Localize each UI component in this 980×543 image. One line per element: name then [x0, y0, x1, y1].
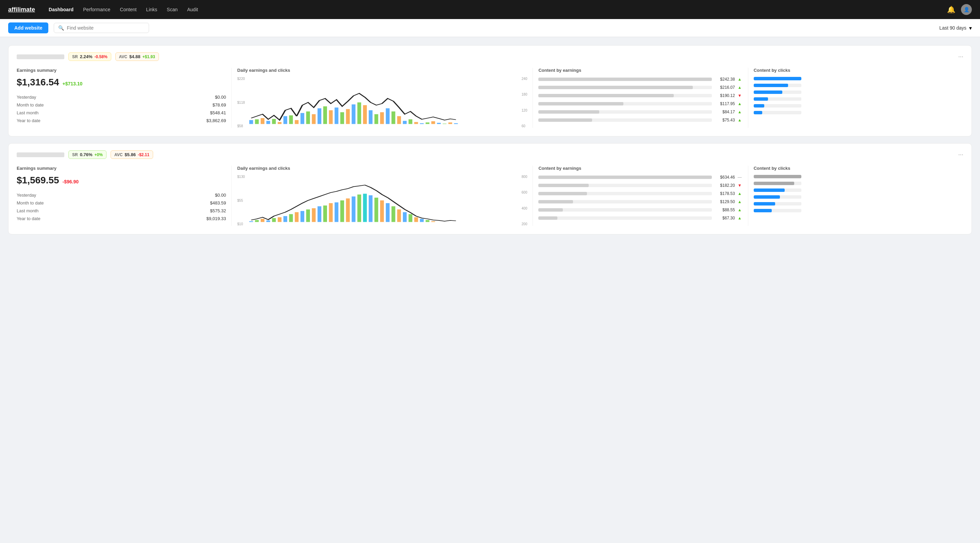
svg-rect-43	[283, 216, 287, 222]
row-val: $9,019.33	[206, 216, 226, 221]
cbclk-list-2	[754, 175, 958, 212]
avc-value-2: $5.86	[124, 152, 136, 157]
svg-rect-26	[397, 116, 401, 124]
svg-rect-16	[340, 112, 344, 124]
cb-bar-bg	[538, 94, 711, 97]
nav-dashboard[interactable]: Dashboard	[49, 7, 73, 12]
content-clicks-title-1: Content by clicks	[754, 68, 958, 73]
bell-icon[interactable]: 🔔	[947, 5, 956, 14]
svg-rect-29	[414, 122, 418, 124]
up-arrow-icon: ▲	[738, 216, 743, 221]
date-filter[interactable]: Last 90 days	[940, 25, 966, 31]
card-menu-1[interactable]: ···	[958, 53, 963, 60]
chart-svg-1	[247, 77, 494, 128]
cb-bar-bg	[538, 78, 711, 81]
svg-rect-33	[437, 123, 441, 124]
avc-delta-2: -$2.11	[138, 152, 150, 157]
nav-scan[interactable]: Scan	[167, 7, 178, 12]
cbclk-row	[754, 90, 958, 94]
nav-performance[interactable]: Performance	[83, 7, 110, 12]
search-wrap: 🔍	[54, 23, 149, 33]
cb-val: $190.12	[714, 93, 735, 98]
svg-rect-42	[278, 218, 282, 222]
cbclk-bar-bg	[754, 195, 801, 199]
svg-rect-36	[454, 123, 458, 124]
sr-label-2: SR	[72, 152, 78, 157]
earnings-title-1: Earnings summary	[17, 68, 226, 73]
svg-rect-58	[369, 195, 372, 222]
svg-rect-64	[403, 212, 407, 222]
svg-rect-28	[409, 119, 412, 124]
row-val: $3,862.69	[206, 118, 226, 123]
card-menu-2[interactable]: ···	[958, 151, 963, 158]
row-label: Last month	[17, 110, 38, 115]
svg-rect-3	[266, 121, 270, 124]
cb-row: $129.50 ▲	[538, 199, 742, 204]
svg-rect-57	[363, 194, 367, 222]
cbclk-bar-bg	[754, 175, 801, 178]
cb-val: $216.07	[714, 85, 735, 90]
cb-row: $178.53 ▲	[538, 191, 742, 196]
row-label: Month to date	[17, 102, 44, 108]
cbclk-bar-bg	[754, 111, 801, 114]
earnings-row: Yesterday $0.00	[17, 95, 226, 100]
svg-rect-15	[335, 108, 339, 124]
avc-delta-1: +$1.93	[143, 54, 155, 59]
nav-content[interactable]: Content	[120, 7, 137, 12]
website-card-2: SR 0.76% +0% AVC $5.86 -$2.11 ··· Earnin…	[8, 143, 972, 234]
cb-bar-bg	[538, 118, 711, 122]
svg-rect-35	[449, 122, 452, 124]
website-card-1: SR 2.24% -0.58% AVC $4.88 +$1.93 ··· Ear…	[8, 45, 972, 137]
search-input[interactable]	[67, 25, 135, 31]
main-content: SR 2.24% -0.58% AVC $4.88 +$1.93 ··· Ear…	[0, 37, 980, 243]
svg-rect-53	[340, 200, 344, 222]
cb-row: $117.95 ▲	[538, 102, 742, 106]
svg-rect-7	[289, 115, 293, 124]
content-earnings-section-1: Content by earnings $242.38 ▲ $216.07 ▲	[533, 68, 748, 128]
svg-rect-5	[278, 122, 282, 124]
avc-label-2: AVC	[115, 152, 123, 157]
svg-rect-14	[329, 110, 333, 124]
chart-y-left-2: $130$55$10	[237, 175, 245, 226]
svg-rect-63	[397, 210, 401, 222]
earnings-rows-1: Yesterday $0.00 Month to date $78.69 Las…	[17, 95, 226, 123]
cb-val: $182.20	[714, 183, 735, 188]
cbclk-row	[754, 84, 958, 87]
nav-links-item[interactable]: Links	[146, 7, 157, 12]
nav-audit[interactable]: Audit	[187, 7, 198, 12]
cbclk-row	[754, 209, 958, 212]
add-website-button[interactable]: Add website	[8, 22, 48, 33]
nav-links: Dashboard Performance Content Links Scan…	[49, 7, 198, 12]
chevron-down-icon[interactable]: ▾	[969, 25, 972, 31]
cb-bar-bg	[538, 86, 711, 89]
svg-rect-65	[409, 214, 412, 222]
cb-val: $178.53	[714, 191, 735, 196]
cbclk-row	[754, 175, 958, 178]
svg-rect-10	[306, 111, 310, 124]
cbclk-bar-bg	[754, 97, 801, 101]
logo: affilimate	[8, 6, 35, 13]
chart-y-right-2: 800600400200	[522, 175, 527, 226]
svg-rect-19	[357, 102, 361, 124]
svg-rect-20	[363, 105, 367, 124]
cbclk-bar-bg	[754, 84, 801, 87]
row-val: $0.00	[215, 192, 226, 198]
cbclk-bar-bg	[754, 182, 801, 185]
svg-rect-62	[392, 206, 395, 222]
svg-rect-50	[323, 205, 327, 222]
avatar[interactable]: 👤	[961, 4, 972, 15]
svg-rect-27	[403, 121, 407, 124]
cb-row: $216.07 ▲	[538, 85, 742, 90]
svg-rect-4	[272, 119, 276, 124]
svg-rect-38	[255, 220, 259, 222]
earnings-row: Month to date $78.69	[17, 102, 226, 108]
sr-label-1: SR	[72, 54, 78, 59]
up-arrow-icon: ▲	[738, 85, 743, 90]
earnings-rows-2: Yesterday $0.00 Month to date $483.59 La…	[17, 192, 226, 221]
svg-rect-22	[375, 114, 379, 124]
cb-val: $242.38	[714, 77, 735, 82]
svg-rect-17	[346, 109, 350, 124]
earnings-amount-2: $1,569.55	[17, 175, 59, 186]
cbclk-bar-bg	[754, 77, 801, 80]
chart-svg-2	[247, 175, 494, 226]
